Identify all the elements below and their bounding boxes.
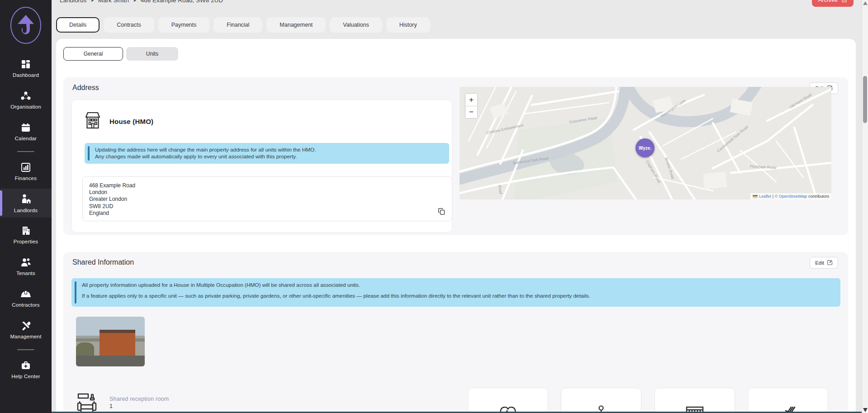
breadcrumb-current-property: 468 Example Road, SW8 2UD <box>141 0 223 4</box>
photo-house <box>100 330 135 356</box>
address-banner-text: Updating the address here will change th… <box>90 143 322 164</box>
address-line-street: 468 Example Road <box>89 182 446 189</box>
leaflet-link[interactable]: Leaflet <box>759 194 771 199</box>
sidebar: Dashboard Organisation Calendar Fina <box>0 0 52 413</box>
landlord-person-house-icon <box>20 193 32 205</box>
tab-payments[interactable]: Payments <box>158 17 210 33</box>
trash-icon <box>841 0 847 4</box>
address-section-title: Address <box>72 84 99 92</box>
map-zoom-control: + − <box>465 93 478 119</box>
sidebar-item-finances[interactable]: Finances <box>0 157 52 186</box>
hard-hat-icon <box>20 289 32 299</box>
copy-address-button[interactable] <box>436 206 446 216</box>
map-canvas[interactable]: Chelsea Embankment Grosvenor Road Kennin… <box>460 87 831 199</box>
sidebar-item-label: Finances <box>15 176 37 181</box>
finances-chart-icon <box>20 162 31 173</box>
map-attribution: Leaflet | © OpenStreetMap contributors <box>750 193 831 199</box>
ukraine-flag-icon <box>753 195 758 198</box>
sidebar-item-dashboard[interactable]: Dashboard <box>0 54 52 83</box>
address-banner-line2: Any changes made will automatically appl… <box>95 153 316 160</box>
sidebar-item-contractors[interactable]: Contractors <box>0 284 52 313</box>
shared-edit-button[interactable]: Edit <box>810 257 838 269</box>
archive-label: Archive <box>818 0 838 3</box>
sidebar-item-label: Organisation <box>10 104 41 109</box>
feature-label: Shared reception room <box>109 396 169 402</box>
tab-details[interactable]: Details <box>56 17 100 33</box>
breadcrumb-landlords[interactable]: Landlords <box>60 0 86 4</box>
sidebar-item-label: Help Center <box>11 374 40 379</box>
first-aid-kit-icon <box>20 360 31 371</box>
scrollbar-thumb[interactable] <box>863 76 867 123</box>
map-zoom-in-button[interactable]: + <box>465 94 477 106</box>
subtab-general[interactable]: General <box>63 47 123 61</box>
property-photo[interactable] <box>76 317 145 366</box>
tab-contracts[interactable]: Contracts <box>104 17 154 33</box>
address-section: Address Edit House (HMO) Updating <box>63 77 848 235</box>
amenity-card[interactable] <box>561 388 641 413</box>
main-content-card: General Units Address Edit House (HMO) <box>56 39 856 413</box>
tab-history[interactable]: History <box>386 17 430 33</box>
tools-icon <box>20 320 31 331</box>
attribution-suffix: contributors <box>808 194 829 199</box>
address-box: 468 Example Road London Greater London S… <box>82 176 452 221</box>
scrollbar-down-arrow[interactable] <box>863 408 868 412</box>
openstreetmap-link[interactable]: © OpenStreetMap <box>775 194 807 199</box>
attribution-separator: | <box>773 194 773 199</box>
sidebar-item-label: Dashboard <box>13 72 39 78</box>
logo-house-icon <box>9 6 43 45</box>
address-line-country: England <box>89 210 446 217</box>
tenants-people-icon <box>20 257 32 268</box>
breadcrumb: Landlords ➤ Mark Smith ➤ 468 Example Roa… <box>60 0 223 4</box>
tab-valuations[interactable]: Valuations <box>330 17 382 33</box>
scrollbar-up-arrow[interactable] <box>863 1 868 5</box>
sidebar-item-organisation[interactable]: Organisation <box>0 85 52 114</box>
amenity-card[interactable] <box>748 388 828 413</box>
calendar-icon <box>20 122 31 133</box>
feature-texts: Shared reception room 1 <box>109 392 169 409</box>
sidebar-divider <box>17 349 34 350</box>
shared-feature-row: Shared reception room 1 <box>77 392 169 413</box>
sidebar-item-label: Properties <box>14 239 38 244</box>
address-line-county: Greater London <box>89 196 446 203</box>
property-type-row: House (HMO) <box>82 110 153 133</box>
sidebar-item-landlords[interactable]: Landlords <box>0 189 52 218</box>
sidebar-item-help-center[interactable]: Help Center <box>0 355 52 384</box>
sidebar-item-label: Tenants <box>16 271 35 276</box>
address-line-city: London <box>89 189 446 196</box>
sidebar-item-label: Landlords <box>14 208 38 213</box>
address-banner-line1: Updating the address here will change th… <box>95 147 316 153</box>
tab-financial[interactable]: Financial <box>213 17 262 33</box>
amenity-card[interactable] <box>468 388 548 413</box>
subtab-bar: General Units <box>63 47 178 61</box>
sidebar-item-label: Contractors <box>12 302 40 308</box>
archive-button[interactable]: Archive <box>812 0 854 7</box>
building-icon <box>20 225 31 236</box>
property-map-marker[interactable]: Wyze. <box>636 138 655 157</box>
dashboard-grid-icon <box>20 59 31 70</box>
shared-banner-line2: If a feature applies only to a specific … <box>82 293 590 299</box>
sofa-icon <box>77 392 97 413</box>
subtab-units[interactable]: Units <box>126 47 178 61</box>
sidebar-nav: Dashboard Organisation Calendar Fina <box>0 52 52 385</box>
shared-section-title: Shared Information <box>72 258 134 266</box>
tab-management[interactable]: Management <box>266 17 326 33</box>
sidebar-item-calendar[interactable]: Calendar <box>0 117 52 146</box>
address-panel: House (HMO) Updating the address here wi… <box>71 100 452 233</box>
sidebar-item-properties[interactable]: Properties <box>0 220 52 249</box>
sidebar-divider <box>17 151 34 152</box>
app-logo[interactable] <box>9 5 43 45</box>
amenity-card[interactable] <box>655 388 735 413</box>
shared-info-banner: All property information uploaded for a … <box>71 278 840 307</box>
sidebar-item-label: Management <box>10 334 41 339</box>
breadcrumb-landlord-name[interactable]: Mark Smith <box>98 0 129 4</box>
app-window: Dashboard Organisation Calendar Fina <box>0 0 868 413</box>
sidebar-item-management[interactable]: Management <box>0 315 52 344</box>
edit-label: Edit <box>815 260 824 266</box>
map-zoom-out-button[interactable]: − <box>465 106 477 118</box>
shared-banner-text: All property information uploaded for a … <box>76 278 596 307</box>
sidebar-item-tenants[interactable]: Tenants <box>0 252 52 281</box>
photo-road <box>76 356 145 366</box>
breadcrumb-separator-icon: ➤ <box>133 0 137 3</box>
property-type-label: House (HMO) <box>109 118 153 125</box>
breadcrumb-separator-icon: ➤ <box>90 0 94 3</box>
